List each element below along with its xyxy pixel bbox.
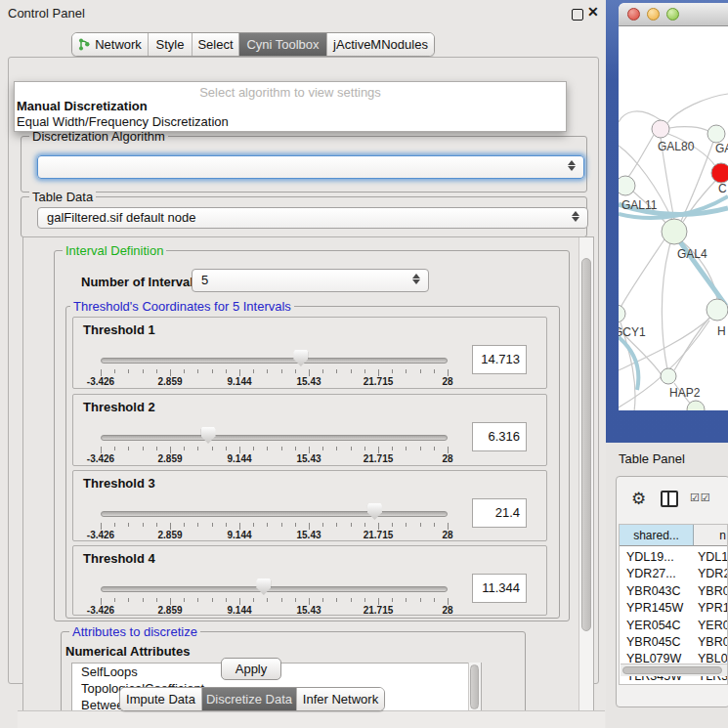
network-edge[interactable] [662, 243, 670, 369]
network-edge[interactable] [667, 94, 728, 123]
table-row[interactable]: YBR045CYBR0 [620, 635, 728, 652]
table-horizontal-scrollbar[interactable] [621, 664, 727, 676]
popup-hint: Select algorithm to view settings [15, 85, 566, 100]
threshold-value-field[interactable]: 6.316 [472, 422, 527, 451]
settings-vertical-scrollbar[interactable] [578, 237, 594, 711]
network-edge[interactable] [619, 239, 664, 311]
slider-tick [253, 447, 254, 450]
tab-cyni-toolbox[interactable]: Cyni Toolbox [239, 33, 327, 56]
checkboxes-icon[interactable]: ☑☑ [690, 492, 711, 504]
network-node-gcy1[interactable] [619, 305, 625, 322]
network-edge[interactable] [619, 337, 638, 390]
table-row[interactable]: YPR145WYPR1 [620, 601, 728, 618]
slider-tick [101, 598, 102, 605]
tab-infer-network[interactable]: Infer Network [297, 688, 384, 710]
threshold-value-field[interactable]: 21.4 [472, 498, 527, 528]
network-edge[interactable] [628, 135, 654, 177]
threshold-slider-track[interactable] [101, 511, 448, 517]
slider-tick [128, 447, 129, 450]
tab-discretize-data[interactable]: Discretize Data [202, 688, 297, 710]
gear-icon[interactable]: ⚙ [631, 489, 646, 509]
close-icon[interactable]: ✕ [587, 4, 599, 20]
slider-tick [212, 369, 213, 373]
slider-tick [364, 369, 365, 373]
slider-tick [378, 598, 379, 605]
threshold-slider-thumb[interactable] [256, 578, 271, 595]
network-node-c-red[interactable] [711, 163, 728, 183]
threshold-value-field[interactable]: 14.713 [472, 345, 527, 374]
float-window-icon[interactable] [572, 9, 583, 21]
tab-impute-data[interactable]: Impute Data [120, 688, 202, 710]
threshold-label: Threshold 2 [83, 400, 155, 414]
table-data-combobox[interactable]: galFiltered.sif default node [37, 207, 588, 229]
slider-tick-label: 9.144 [227, 376, 251, 387]
slider-tick [156, 447, 157, 450]
slider-tick-label: 28 [442, 530, 452, 540]
combobox-stepper-icon[interactable] [568, 159, 577, 172]
slider-tick [267, 369, 268, 373]
slider-tick [239, 447, 240, 453]
network-node-gal11[interactable] [619, 176, 635, 195]
slider-tick [336, 447, 337, 450]
slider-tick [434, 523, 435, 527]
network-node-hap2[interactable] [661, 368, 676, 384]
column-header-n[interactable]: n [694, 525, 728, 546]
table-row[interactable]: YBR043CYBR0 [620, 584, 728, 601]
popup-item-manual-discretization[interactable]: Manual Discretization [17, 99, 148, 113]
network-edge[interactable] [669, 127, 708, 131]
interval-definition-group: Interval Definition Number of Intervals … [54, 250, 570, 621]
number-of-intervals-combobox[interactable]: 5 [192, 269, 429, 292]
slider-tick [406, 369, 407, 373]
slider-tick [114, 598, 115, 602]
threshold-slider-thumb[interactable] [293, 350, 308, 366]
slider-tick [212, 447, 213, 450]
cell-shared-name: YDL19... [626, 550, 674, 564]
column-header-shared[interactable]: shared... [620, 525, 694, 546]
threshold-slider-track[interactable] [101, 435, 448, 441]
popup-item-equal-width-frequency[interactable]: Equal Width/Frequency Discretization [17, 114, 229, 129]
apply-button[interactable]: Apply [221, 658, 281, 680]
slider-tick [434, 447, 435, 450]
slider-tick [351, 598, 352, 602]
network-node-label: GAL80 [658, 140, 695, 153]
tab-network[interactable]: Network [72, 33, 149, 56]
network-canvas[interactable]: GAL80GACGAL11GAL4HGCY1HAP2 [619, 26, 728, 410]
slider-tick [197, 598, 198, 602]
threshold-label: Threshold 1 [83, 322, 155, 337]
threshold-slider-thumb[interactable] [367, 503, 382, 520]
network-node-gal4[interactable] [662, 219, 687, 244]
network-edge[interactable] [619, 111, 661, 122]
slider-tick [448, 523, 449, 530]
tab-jactivemnodules[interactable]: jActiveMNodules [327, 33, 434, 56]
slider-tick [253, 523, 254, 527]
threshold-slider-track[interactable] [101, 358, 448, 364]
slider-tick [448, 598, 449, 605]
slider-tick [239, 523, 240, 530]
network-node-h[interactable] [707, 299, 728, 321]
combobox-stepper-icon[interactable] [572, 210, 580, 223]
table-horizontal-scrollbar-thumb[interactable] [622, 666, 722, 674]
tab-style[interactable]: Style [149, 33, 193, 56]
table-row[interactable]: YDR27...YDR2 [620, 567, 728, 583]
combobox-stepper-icon[interactable] [412, 273, 421, 285]
algorithm-combobox[interactable] [37, 155, 584, 179]
algorithm-dropdown-popup: Select algorithm to view settings Manual… [14, 81, 567, 132]
threshold-slider-track[interactable] [101, 586, 448, 592]
network-window-titlebar[interactable] [619, 3, 728, 26]
attributes-list-scrollbar[interactable] [468, 663, 481, 712]
slider-tick-label: 2.859 [157, 376, 182, 387]
table-row[interactable]: YDL19...YDL1 [620, 550, 728, 567]
zoom-light[interactable] [666, 8, 679, 21]
network-node-ga[interactable] [707, 125, 725, 143]
minimize-light[interactable] [647, 8, 660, 21]
network-node-label: HAP2 [669, 386, 701, 400]
columns-icon[interactable] [661, 491, 678, 507]
threshold-value-field[interactable]: 11.344 [472, 574, 527, 603]
close-light[interactable] [627, 8, 640, 21]
threshold-panel-1: Threshold 1-3.4262.8599.14415.4321.71528… [72, 317, 547, 389]
slider-tick [128, 523, 129, 527]
table-row[interactable]: YER054CYER0 [620, 619, 728, 635]
tab-select[interactable]: Select [193, 33, 239, 56]
threshold-slider-thumb[interactable] [201, 427, 216, 444]
network-node-gal80[interactable] [652, 120, 669, 138]
